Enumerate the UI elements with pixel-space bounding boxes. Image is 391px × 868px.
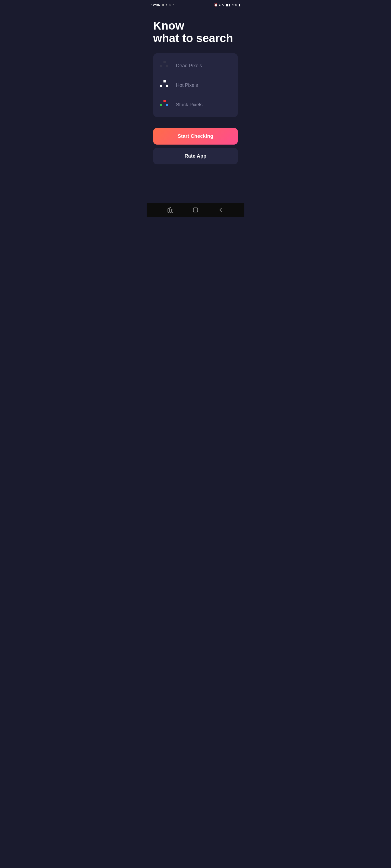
nav-back-icon[interactable]	[218, 207, 224, 213]
svg-rect-0	[164, 61, 166, 63]
battery-label: 71%	[231, 3, 237, 6]
feature-item-dead: Dead Pixels	[159, 60, 232, 72]
svg-rect-6	[164, 100, 166, 102]
status-right-icons: ⏰ ● ∿ ▮▮▮ 71% ▮	[214, 3, 240, 7]
status-bar: 12:36 ■ ✦ ☼ • ⏰ ● ∿ ▮▮▮ 71% ▮	[147, 0, 244, 9]
svg-rect-9	[168, 209, 169, 212]
stuck-pixel-icon	[159, 99, 170, 111]
notification-icons: ■ ✦ ☼ •	[162, 3, 173, 7]
location-icon: ●	[219, 3, 221, 6]
nav-bar	[147, 203, 244, 217]
feature-card: Dead Pixels Hot Pixels Stu	[153, 53, 238, 117]
dead-pixels-label: Dead Pixels	[176, 63, 202, 69]
hot-pixel-icon	[159, 79, 170, 91]
status-left: 12:36 ■ ✦ ☼ •	[151, 3, 174, 7]
wifi-icon: ∿	[222, 3, 224, 7]
svg-rect-7	[160, 104, 162, 106]
headline-line1: Know	[153, 19, 184, 32]
dead-pixel-icon	[159, 60, 170, 72]
svg-rect-1	[160, 65, 162, 67]
nav-recent-apps-icon[interactable]	[167, 207, 173, 213]
svg-rect-5	[166, 85, 168, 87]
battery-icon: ▮	[239, 3, 240, 7]
feature-item-hot: Hot Pixels	[159, 79, 232, 91]
feature-item-stuck: Stuck Pixels	[159, 99, 232, 111]
nav-home-icon[interactable]	[193, 207, 198, 213]
start-checking-button[interactable]: Start Checking	[153, 128, 238, 145]
svg-rect-12	[193, 208, 198, 212]
stuck-pixels-label: Stuck Pixels	[176, 102, 202, 108]
svg-rect-8	[166, 104, 168, 106]
svg-rect-10	[170, 208, 171, 212]
svg-rect-4	[160, 85, 162, 87]
svg-rect-11	[172, 209, 173, 212]
alarm-icon: ⏰	[214, 3, 218, 7]
signal-icon: ▮▮▮	[225, 3, 230, 7]
rate-app-button[interactable]: Rate App	[153, 148, 238, 164]
hot-pixels-label: Hot Pixels	[176, 83, 198, 88]
headline-line2: what to search	[153, 32, 233, 44]
main-content: Know what to search Dead Pixels	[147, 9, 244, 170]
headline: Know what to search	[153, 20, 238, 44]
svg-rect-2	[166, 65, 168, 67]
svg-rect-3	[164, 80, 166, 83]
status-time: 12:36	[151, 3, 160, 7]
